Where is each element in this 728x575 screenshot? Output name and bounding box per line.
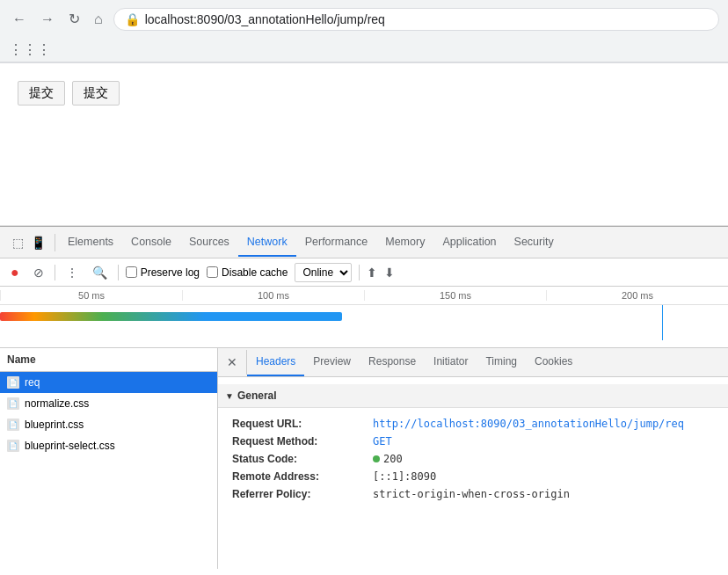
timeline-mark-2: 100 ms [182, 290, 364, 301]
timeline-blue-line [662, 305, 663, 340]
request-url-value: http://localhost:8090/03_annotationHello… [373, 418, 684, 430]
throttle-select[interactable]: Online [295, 263, 352, 282]
page-content: 提交 提交 [0, 63, 728, 226]
tab-elements[interactable]: Elements [59, 229, 122, 257]
upload-icon[interactable]: ⬆ [367, 266, 377, 280]
toolbar-divider-2 [118, 265, 119, 280]
browser-chrome: ← → ↻ ⌂ 🔒 localhost:8090/03_annotationHe… [0, 0, 728, 63]
forward-button[interactable]: → [37, 8, 58, 31]
referrer-policy-value: strict-origin-when-cross-origin [373, 488, 570, 500]
tab-memory[interactable]: Memory [376, 229, 433, 257]
lock-icon: 🔒 [125, 12, 140, 26]
disable-cache-group[interactable]: Disable cache [207, 266, 288, 279]
file-icon-req: 📄 [7, 376, 19, 389]
detail-tab-initiator[interactable]: Initiator [425, 348, 477, 376]
file-name-blueprint: blueprint.css [25, 419, 84, 431]
disable-cache-label: Disable cache [222, 266, 288, 279]
status-code-value: 200 [383, 453, 403, 465]
remote-address-row: Remote Address: [::1]:8090 [232, 468, 714, 485]
home-button[interactable]: ⌂ [91, 8, 106, 31]
disable-cache-checkbox[interactable] [207, 266, 218, 278]
network-content: Name 📄 req 📄 normalize.css 📄 blueprint.c… [0, 348, 728, 569]
detail-tab-preview[interactable]: Preview [304, 348, 360, 376]
address-text: localhost:8090/03_annotationHello/jump/r… [145, 12, 708, 26]
file-item-normalize[interactable]: 📄 normalize.css [0, 393, 217, 414]
file-name-req: req [25, 376, 40, 389]
file-icon-normalize: 📄 [7, 397, 19, 410]
detail-tab-response[interactable]: Response [360, 348, 425, 376]
submit-button-2[interactable]: 提交 [72, 81, 120, 106]
devtools-icons: ⬚ 📱 [4, 234, 55, 251]
file-icon-blueprint: 📄 [7, 419, 19, 431]
download-icon[interactable]: ⬇ [384, 266, 395, 280]
network-toolbar: ● ⊘ ⋮ 🔍 Preserve log Disable cache Onlin… [0, 258, 728, 287]
toolbar-divider-3 [359, 265, 360, 280]
section-title-general: General [218, 384, 728, 408]
filter-button[interactable]: ⋮ [62, 264, 82, 281]
file-icon-blueprint-select: 📄 [7, 440, 19, 452]
detail-tab-timing[interactable]: Timing [477, 348, 526, 376]
detail-tab-cookies[interactable]: Cookies [526, 348, 581, 376]
bookmarks-bar: ⋮⋮⋮ [0, 38, 728, 62]
clear-button[interactable]: ⊘ [30, 264, 47, 281]
timeline-ruler: 50 ms 100 ms 150 ms 200 ms [0, 287, 728, 305]
file-item-blueprint[interactable]: 📄 blueprint.css [0, 414, 217, 435]
preserve-log-checkbox[interactable] [126, 266, 137, 278]
details-panel: ✕ Headers Preview Response Initiator Tim… [218, 348, 728, 569]
close-details-button[interactable]: ✕ [218, 350, 247, 375]
timeline: 50 ms 100 ms 150 ms 200 ms [0, 287, 728, 348]
timeline-mark-3: 150 ms [364, 290, 546, 301]
general-section: General Request URL: http://localhost:80… [218, 377, 728, 510]
timeline-mark-1: 50 ms [0, 290, 182, 301]
request-url-label: Request URL: [232, 418, 373, 430]
status-dot [373, 455, 380, 462]
device-icon[interactable]: 📱 [29, 234, 47, 251]
tab-console[interactable]: Console [122, 229, 180, 257]
timeline-bar-area [0, 305, 728, 340]
address-bar[interactable]: 🔒 localhost:8090/03_annotationHello/jump… [113, 8, 719, 31]
tab-sources[interactable]: Sources [180, 229, 238, 257]
timeline-bar [0, 312, 342, 321]
file-name-normalize: normalize.css [25, 397, 89, 410]
tab-performance[interactable]: Performance [296, 229, 377, 257]
timeline-mark-4: 200 ms [546, 290, 728, 301]
inspect-icon[interactable]: ⬚ [11, 234, 25, 251]
record-button[interactable]: ● [7, 263, 23, 282]
file-item-blueprint-select[interactable]: 📄 blueprint-select.css [0, 435, 217, 456]
remote-address-label: Remote Address: [232, 470, 373, 483]
file-name-blueprint-select: blueprint-select.css [25, 440, 115, 452]
submit-button-1[interactable]: 提交 [18, 81, 65, 106]
tab-network[interactable]: Network [238, 229, 296, 257]
search-button[interactable]: 🔍 [89, 264, 111, 281]
request-method-value: GET [373, 435, 392, 448]
tab-application[interactable]: Application [433, 229, 505, 257]
details-header: ✕ Headers Preview Response Initiator Tim… [218, 348, 728, 377]
nav-bar: ← → ↻ ⌂ 🔒 localhost:8090/03_annotationHe… [0, 0, 728, 38]
status-code-row: Status Code: 200 [232, 450, 714, 468]
request-method-row: Request Method: GET [232, 433, 714, 450]
request-url-row: Request URL: http://localhost:8090/03_an… [232, 415, 714, 433]
remote-address-value: [::1]:8090 [373, 470, 436, 483]
status-code-label: Status Code: [232, 453, 373, 465]
devtools-tab-bar: ⬚ 📱 Elements Console Sources Network Per… [0, 227, 728, 258]
tab-security[interactable]: Security [506, 229, 563, 257]
preserve-log-group[interactable]: Preserve log [126, 266, 200, 279]
referrer-policy-label: Referrer Policy: [232, 488, 373, 500]
file-item-req[interactable]: 📄 req [0, 372, 217, 393]
back-button[interactable]: ← [9, 8, 30, 31]
file-list: Name 📄 req 📄 normalize.css 📄 blueprint.c… [0, 348, 218, 569]
preserve-log-label: Preserve log [141, 266, 200, 279]
request-method-label: Request Method: [232, 435, 373, 448]
refresh-button[interactable]: ↻ [65, 7, 84, 31]
file-list-header: Name [0, 348, 217, 372]
toolbar-divider-1 [55, 265, 55, 280]
detail-tab-headers[interactable]: Headers [247, 348, 304, 376]
referrer-policy-row: Referrer Policy: strict-origin-when-cros… [232, 485, 714, 503]
apps-icon[interactable]: ⋮⋮⋮ [9, 41, 51, 58]
devtools-panel: ⬚ 📱 Elements Console Sources Network Per… [0, 226, 728, 569]
